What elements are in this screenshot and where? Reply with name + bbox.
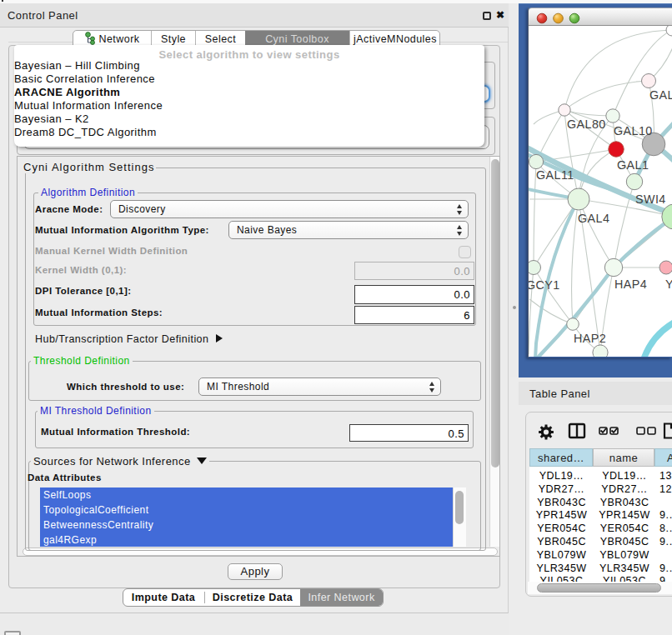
svg-text:GAL2: GAL2: [649, 88, 672, 102]
svg-text:HAP4: HAP4: [614, 278, 647, 291]
svg-text:GAL4: GAL4: [578, 212, 609, 225]
svg-text:GAL11: GAL11: [536, 168, 574, 182]
svg-text:YJ: YJ: [665, 278, 672, 291]
svg-text:SWI4: SWI4: [635, 192, 666, 206]
svg-text:HAP2: HAP2: [574, 332, 606, 345]
svg-text:GAL1: GAL1: [617, 158, 649, 172]
svg-text:GAL10: GAL10: [614, 124, 653, 138]
svg-text:GCY1: GCY1: [529, 278, 560, 292]
svg-text:GAL80: GAL80: [567, 118, 606, 131]
